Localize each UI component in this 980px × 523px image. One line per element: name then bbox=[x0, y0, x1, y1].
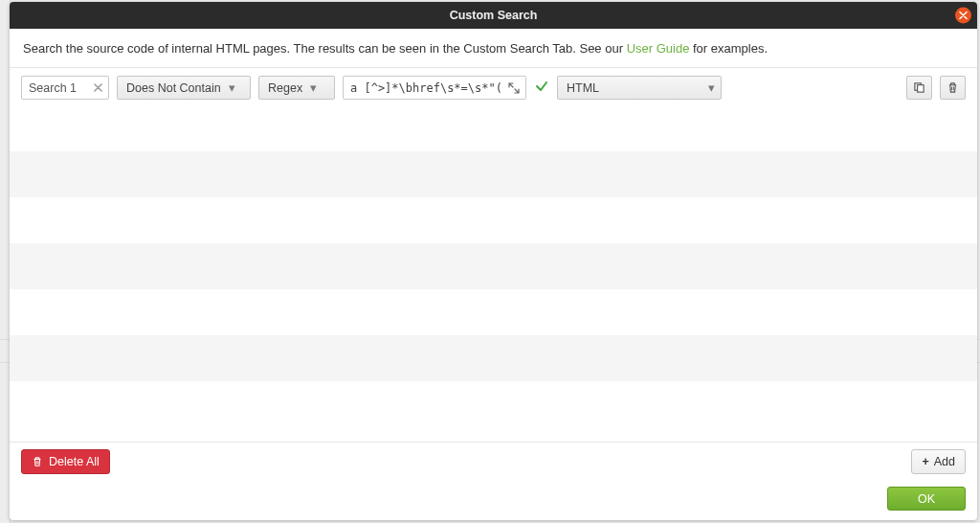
source-dropdown[interactable]: HTML ▾ bbox=[557, 76, 722, 100]
match-mode-label: Does Not Contain bbox=[126, 81, 221, 95]
delete-all-label: Delete All bbox=[49, 455, 100, 468]
search-name-text: Search 1 bbox=[29, 81, 86, 95]
empty-row bbox=[10, 197, 977, 243]
plus-icon: + bbox=[922, 455, 928, 468]
pattern-input[interactable]: a [^>]*\bhref\s*=\s*"(( ^"] bbox=[343, 76, 526, 100]
titlebar: Custom Search bbox=[10, 2, 977, 29]
duplicate-row-button[interactable] bbox=[906, 76, 932, 100]
ok-label: OK bbox=[918, 492, 935, 506]
chevron-down-icon: ▾ bbox=[708, 80, 715, 95]
chevron-down-icon: ▾ bbox=[310, 80, 317, 95]
ok-bar: OK bbox=[10, 481, 977, 520]
custom-search-dialog: Custom Search Search the source code of … bbox=[10, 2, 977, 520]
add-label: Add bbox=[934, 455, 955, 468]
ok-button[interactable]: OK bbox=[887, 487, 966, 511]
close-button[interactable] bbox=[955, 8, 971, 24]
match-mode-dropdown[interactable]: Does Not Contain ▾ bbox=[117, 76, 251, 100]
expand-pattern-button[interactable] bbox=[507, 81, 521, 95]
source-label: HTML bbox=[567, 81, 599, 95]
empty-row bbox=[10, 289, 977, 335]
check-icon bbox=[535, 80, 548, 93]
search-name-input[interactable]: Search 1 bbox=[21, 76, 109, 100]
add-button[interactable]: + Add bbox=[911, 449, 966, 474]
footer: Delete All + Add bbox=[10, 442, 977, 481]
delete-row-button[interactable] bbox=[940, 76, 966, 100]
empty-row bbox=[10, 335, 977, 381]
description: Search the source code of internal HTML … bbox=[10, 29, 977, 68]
trash-icon bbox=[947, 81, 959, 94]
description-suffix: for examples. bbox=[689, 41, 768, 56]
empty-row bbox=[10, 243, 977, 289]
copy-icon bbox=[913, 81, 925, 94]
close-icon bbox=[959, 11, 968, 20]
description-prefix: Search the source code of internal HTML … bbox=[23, 41, 627, 56]
delete-all-button[interactable]: Delete All bbox=[21, 449, 110, 474]
chevron-down-icon: ▾ bbox=[229, 80, 235, 95]
search-row: Search 1 Does Not Contain ▾ Regex ▾ a [^… bbox=[10, 68, 977, 105]
trash-icon bbox=[32, 456, 43, 467]
rows-area: Search 1 Does Not Contain ▾ Regex ▾ a [^… bbox=[10, 68, 977, 442]
pattern-mode-label: Regex bbox=[268, 81, 302, 95]
pattern-mode-dropdown[interactable]: Regex ▾ bbox=[258, 76, 335, 100]
expand-icon bbox=[508, 82, 520, 94]
empty-row bbox=[10, 381, 977, 427]
clear-name-button[interactable] bbox=[92, 81, 104, 94]
svg-rect-1 bbox=[918, 85, 924, 92]
pattern-text: a [^>]*\bhref\s*=\s*"(( ^"] bbox=[350, 81, 503, 95]
x-icon bbox=[94, 83, 102, 92]
empty-row bbox=[10, 151, 977, 197]
title-text: Custom Search bbox=[450, 9, 538, 22]
regex-valid-indicator bbox=[534, 80, 549, 96]
user-guide-link[interactable]: User Guide bbox=[627, 41, 690, 56]
empty-row bbox=[10, 105, 977, 151]
